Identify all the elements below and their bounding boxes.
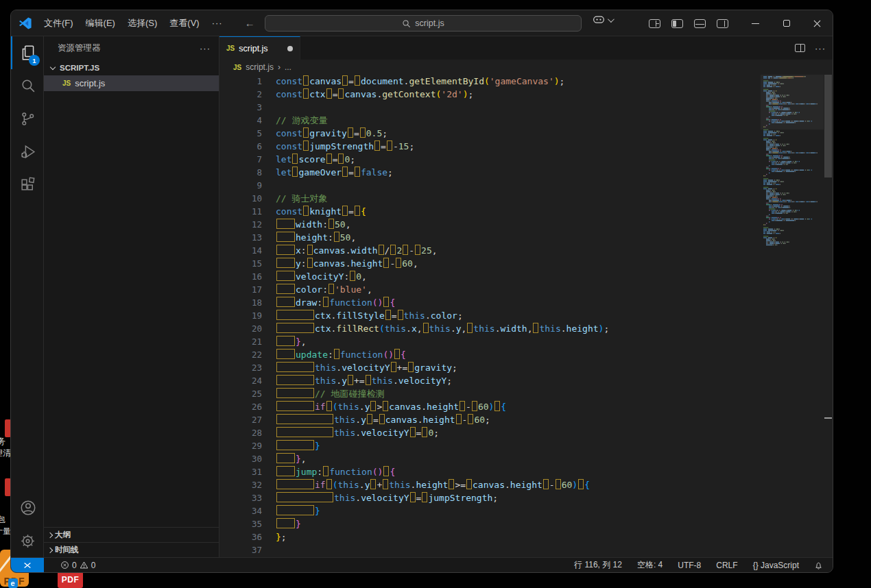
code-line[interactable]: 10// 骑士对象: [219, 192, 761, 205]
line-number: 33: [219, 491, 262, 504]
code-line[interactable]: 2constctx=canvas.getContext('2d');: [219, 88, 761, 101]
tab-scriptjs[interactable]: JS script.js: [219, 36, 300, 60]
code-line[interactable]: 35}: [219, 517, 761, 530]
code-line[interactable]: 29}: [219, 439, 761, 452]
split-editor-icon[interactable]: [795, 44, 805, 52]
modified-dot-icon[interactable]: [287, 46, 293, 51]
code-line[interactable]: 20ctx.fillRect(this.x,this.y,this.width,…: [219, 322, 761, 335]
desktop-icon-label[interactable]: 十量: [0, 526, 11, 537]
code-line[interactable]: 8letgameOver=false;: [219, 166, 761, 179]
whitespace-box-icon: [460, 401, 465, 411]
whitespace-box-icon: [307, 245, 313, 255]
toggle-sidebar-icon[interactable]: [671, 19, 683, 28]
code-line[interactable]: 25// 地面碰撞检测: [219, 387, 761, 400]
minimap-viewport[interactable]: [761, 75, 824, 130]
desktop-icon-label[interactable]: 理清: [0, 448, 11, 459]
code-line[interactable]: 36};: [219, 530, 761, 543]
line-number: 31: [219, 465, 262, 478]
code-line[interactable]: 34}: [219, 504, 761, 517]
code-line[interactable]: 33this.velocityY=jumpStrength;: [219, 491, 761, 504]
line-number: 29: [219, 439, 262, 452]
code-line[interactable]: 1constcanvas=document.getElementById('ga…: [219, 75, 761, 88]
window-controls: [740, 10, 833, 36]
minimap[interactable]: [761, 75, 824, 557]
activitybar-run-debug[interactable]: [11, 135, 43, 168]
code-line[interactable]: 6constjumpStrength=-15;: [219, 140, 761, 153]
js-file-icon: JS: [62, 79, 71, 87]
code-line[interactable]: 27this.y=canvas.height-60;: [219, 413, 761, 426]
code-line[interactable]: 7letscore=0;: [219, 153, 761, 166]
tab-label: script.js: [239, 44, 267, 53]
menu-view[interactable]: 查看(V): [163, 10, 205, 36]
encoding-status[interactable]: UTF-8: [678, 561, 701, 570]
desktop-icon-label[interactable]: 务: [0, 436, 5, 448]
code-editor[interactable]: 1constcanvas=document.getElementById('ga…: [219, 75, 833, 557]
whitespace-box-icon: [355, 206, 360, 216]
scrollbar-slider[interactable]: [824, 75, 832, 177]
breadcrumb-more[interactable]: ...: [285, 62, 291, 72]
code-line[interactable]: 3: [219, 101, 761, 114]
maximize-button[interactable]: [771, 10, 802, 36]
code-line[interactable]: 12width:50,: [219, 218, 761, 231]
file-row-scriptjs[interactable]: JS script.js: [44, 75, 219, 91]
code-line[interactable]: 9: [219, 179, 761, 192]
toggle-panel-icon[interactable]: [694, 19, 706, 28]
toggle-secondary-sidebar-icon[interactable]: [717, 19, 728, 28]
indentation-status[interactable]: 空格: 4: [637, 559, 663, 571]
copilot-button[interactable]: [593, 15, 612, 25]
code-line[interactable]: 23this.velocityY+=gravity;: [219, 361, 761, 374]
outline-section[interactable]: 大纲: [44, 527, 219, 542]
code-line[interactable]: 28this.velocityY=0;: [219, 426, 761, 439]
code-line[interactable]: 24this.y+=this.velocityY;: [219, 374, 761, 387]
code-line[interactable]: 15y:canvas.height-60,: [219, 257, 761, 270]
code-line[interactable]: 31jump:function(){: [219, 465, 761, 478]
code-line[interactable]: 21},: [219, 335, 761, 348]
source-control-icon: [19, 110, 36, 127]
desktop-icon-label[interactable]: 包: [0, 514, 5, 526]
code-line[interactable]: 32if(this.y+this.height>=canvas.height-6…: [219, 478, 761, 491]
language-mode-status[interactable]: {} JavaScript: [753, 561, 799, 570]
code-line[interactable]: 19ctx.fillStyle=this.color;: [219, 309, 761, 322]
code-line[interactable]: 17color:'blue',: [219, 283, 761, 296]
nav-back-button[interactable]: ←: [239, 17, 261, 29]
code-line[interactable]: 4// 游戏变量: [219, 114, 761, 127]
timeline-section[interactable]: 时间线: [44, 542, 219, 557]
minimize-button[interactable]: [740, 10, 771, 36]
breadcrumb-file[interactable]: script.js: [246, 62, 274, 72]
notifications-bell-icon[interactable]: [814, 561, 823, 570]
menu-more-button[interactable]: ···: [206, 18, 229, 28]
problems-status[interactable]: 0 0: [60, 561, 95, 570]
code-line[interactable]: 14x:canvas.width/2-25,: [219, 244, 761, 257]
edge-overlay-icon: e: [8, 578, 18, 588]
eol-status[interactable]: CRLF: [716, 561, 737, 570]
customize-layout-icon[interactable]: [649, 19, 660, 28]
code-line[interactable]: 11constknight={: [219, 205, 761, 218]
sidebar-actions-button[interactable]: ···: [200, 43, 211, 53]
menu-file[interactable]: 文件(F): [38, 10, 80, 36]
folder-section-header[interactable]: SCRIPT.JS: [44, 60, 219, 75]
vertical-scrollbar[interactable]: [824, 75, 833, 557]
pdf-file-icon[interactable]: PDF: [58, 572, 83, 588]
cursor-position-status[interactable]: 行 116, 列 12: [574, 559, 622, 571]
menu-edit[interactable]: 编辑(E): [80, 10, 121, 36]
activitybar-extensions[interactable]: [11, 168, 43, 201]
close-button[interactable]: [802, 10, 833, 36]
activitybar-accounts[interactable]: [11, 491, 43, 524]
activitybar-source-control[interactable]: [11, 102, 43, 135]
code-line[interactable]: 13height:50,: [219, 231, 761, 244]
code-line[interactable]: 22update:function(){: [219, 348, 761, 361]
command-center-search[interactable]: script.js: [265, 15, 582, 32]
code-line[interactable]: 26if(this.y>canvas.height-60){: [219, 400, 761, 413]
code-line[interactable]: 30},: [219, 452, 761, 465]
code-line[interactable]: 16velocityY:0,: [219, 270, 761, 283]
activitybar-settings[interactable]: [11, 524, 43, 557]
remote-indicator[interactable]: [11, 558, 44, 573]
code-line[interactable]: 37: [219, 543, 761, 556]
activitybar-explorer[interactable]: 1: [11, 36, 43, 69]
menu-selection[interactable]: 选择(S): [121, 10, 163, 36]
activitybar-search[interactable]: [11, 69, 43, 102]
breadcrumb[interactable]: JS script.js › ...: [219, 60, 833, 75]
code-line[interactable]: 5constgravity=0.5;: [219, 127, 761, 140]
editor-more-actions-button[interactable]: ···: [815, 43, 826, 53]
code-line[interactable]: 18draw:function(){: [219, 296, 761, 309]
